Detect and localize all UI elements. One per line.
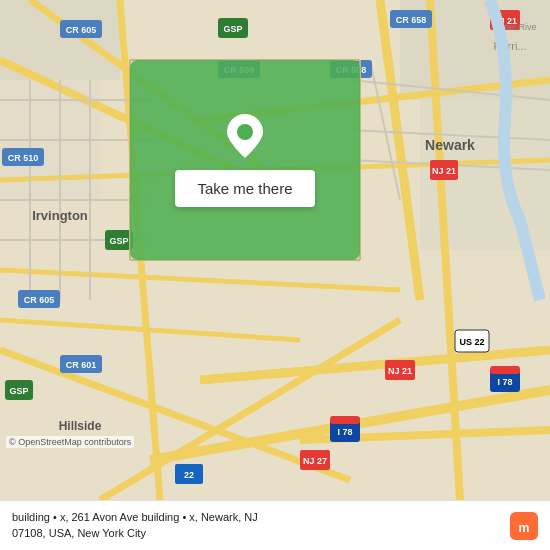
svg-text:NJ 21: NJ 21 [432,166,456,176]
osm-credit: © OpenStreetMap contributors [6,436,134,448]
svg-text:CR 605: CR 605 [24,295,55,305]
svg-text:GSP: GSP [9,386,28,396]
svg-text:NJ 27: NJ 27 [303,456,327,466]
svg-text:I 78: I 78 [337,427,352,437]
svg-rect-55 [330,416,360,424]
svg-text:Irvington: Irvington [32,208,88,223]
address-line1: building • x, 261 Avon Ave building • x,… [12,511,258,523]
take-me-there-button[interactable]: Take me there [175,170,314,207]
svg-text:Hillside: Hillside [59,419,102,433]
svg-text:US 22: US 22 [459,337,484,347]
map-container: CR 605 CR 601 CR 510 CR 605 GSP GSP CR 5… [0,0,550,500]
map-pin [227,114,263,158]
svg-text:I 78: I 78 [497,377,512,387]
svg-text:Newark: Newark [425,137,475,153]
svg-text:NJ 21: NJ 21 [388,366,412,376]
svg-text:m: m [519,520,530,534]
bottom-bar: building • x, 261 Avon Ave building • x,… [0,500,550,550]
svg-text:GSP: GSP [109,236,128,246]
svg-point-77 [237,124,253,140]
svg-text:CR 605: CR 605 [66,25,97,35]
destination-overlay: Take me there [130,60,360,260]
moovit-logo-icon: m [510,512,538,540]
svg-rect-58 [490,366,520,374]
svg-text:CR 658: CR 658 [396,15,427,25]
svg-text:22: 22 [184,470,194,480]
svg-text:CR 510: CR 510 [8,153,39,163]
address-line2: 07108, USA, New York City [12,527,146,539]
svg-text:GSP: GSP [223,24,242,34]
svg-text:CR 601: CR 601 [66,360,97,370]
moovit-logo: m [510,512,538,540]
address-text: building • x, 261 Avon Ave building • x,… [12,510,510,541]
